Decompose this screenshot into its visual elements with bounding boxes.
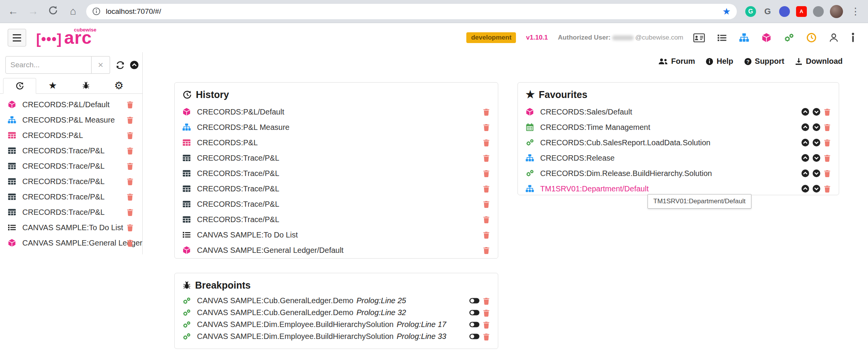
trash-icon[interactable] (126, 162, 134, 170)
bp-row[interactable]: CANVAS SAMPLE:Cub.GeneralLedger.DemoProl… (182, 295, 490, 307)
fav-row[interactable]: CRECORDS:Release (526, 150, 831, 166)
toggle-icon[interactable] (469, 321, 480, 328)
list-icon[interactable] (717, 33, 727, 43)
blue-extension-icon[interactable] (779, 6, 790, 17)
trash-icon[interactable] (126, 101, 134, 108)
hist-row[interactable]: CRECORDS:Trace/P&L (182, 212, 490, 227)
item-label[interactable]: CRECORDS:P&L Measure (22, 116, 142, 125)
sidebar-tab-settings[interactable]: ⚙ (102, 78, 135, 93)
side-row[interactable]: CRECORDS:Trace/P&L (0, 143, 142, 158)
item-label[interactable]: CRECORDS:Trace/P&L (197, 184, 279, 193)
hist-row[interactable]: CRECORDS:P&L Measure (182, 120, 490, 135)
side-row[interactable]: CRECORDS:Trace/P&L (0, 204, 142, 220)
trash-icon[interactable] (482, 185, 490, 193)
cube-icon[interactable] (761, 33, 771, 43)
trash-icon[interactable] (482, 123, 490, 131)
item-label[interactable]: CANVAS SAMPLE:To Do List (197, 231, 298, 239)
trash-icon[interactable] (126, 147, 134, 154)
item-label[interactable]: CRECORDS:P&L/Default (22, 100, 142, 109)
trash-icon[interactable] (823, 139, 831, 146)
trash-icon[interactable] (482, 297, 490, 305)
collapse-icon[interactable] (130, 60, 139, 70)
toggle-icon[interactable] (469, 333, 480, 340)
trash-icon[interactable] (482, 231, 490, 239)
search-input[interactable] (5, 56, 92, 74)
chevron-up-circle-icon[interactable] (801, 123, 810, 131)
item-label[interactable]: CRECORDS:Release (540, 154, 614, 163)
bookmark-star-icon[interactable]: ★ (722, 6, 731, 17)
side-row[interactable]: CRECORDS:P&L/Default (0, 97, 142, 112)
refresh-icon[interactable] (115, 60, 125, 70)
version-label[interactable]: v1.10.1 (526, 34, 548, 42)
trash-icon[interactable] (126, 239, 134, 247)
browser-profile-avatar[interactable] (830, 5, 843, 18)
fav-row[interactable]: CRECORDS:Dim.Release.BuildHierarchy.Solu… (526, 166, 831, 181)
item-label[interactable]: CRECORDS:Time Management (540, 123, 650, 132)
chevron-up-circle-icon[interactable] (801, 154, 810, 162)
item-label[interactable]: CRECORDS:Trace/P&L (197, 200, 279, 209)
side-row[interactable]: CRECORDS:Trace/P&L (0, 174, 142, 189)
item-label[interactable]: CRECORDS:P&L (197, 138, 258, 147)
bp-row[interactable]: CANVAS SAMPLE:Cub.GeneralLedger.DemoProl… (182, 307, 490, 319)
item-label[interactable]: CRECORDS:P&L (22, 131, 142, 140)
g-extension-icon[interactable]: G (762, 6, 773, 17)
item-label[interactable]: CANVAS SAMPLE:General Ledger/Default (197, 246, 344, 255)
hist-row[interactable]: CRECORDS:Trace/P&L (182, 166, 490, 181)
trash-icon[interactable] (126, 178, 134, 185)
url-text[interactable]: localhost:7070/#/ (106, 7, 161, 16)
browser-menu-icon[interactable]: ⋮ (849, 6, 862, 17)
site-info-icon[interactable] (92, 7, 100, 15)
trash-icon[interactable] (482, 154, 490, 162)
support-link[interactable]: ? Support (744, 57, 785, 66)
item-label[interactable]: CRECORDS:Trace/P&L (22, 208, 142, 217)
hist-row[interactable]: CRECORDS:P&L (182, 135, 490, 150)
home-icon[interactable]: ⌂ (66, 6, 80, 17)
item-label[interactable]: CANVAS SAMPLE:Cub.GeneralLedger.Demo (197, 308, 354, 317)
trash-icon[interactable] (482, 200, 490, 208)
side-row[interactable]: CRECORDS:P&L Measure (0, 112, 142, 128)
id-card-icon[interactable] (693, 33, 705, 43)
toggle-icon[interactable] (469, 309, 480, 316)
trash-icon[interactable] (482, 169, 490, 177)
item-label[interactable]: CANVAS SAMPLE:General Ledger/Default (22, 239, 142, 247)
trash-icon[interactable] (823, 185, 831, 193)
chevron-up-circle-icon[interactable] (801, 184, 810, 193)
chevron-up-circle-icon[interactable] (801, 108, 810, 116)
gears-icon[interactable] (784, 33, 794, 43)
item-label[interactable]: CRECORDS:P&L/Default (197, 108, 284, 116)
item-label[interactable]: CRECORDS:Trace/P&L (197, 215, 279, 224)
hist-row[interactable]: CANVAS SAMPLE:General Ledger/Default (182, 242, 490, 258)
gray-extension-icon[interactable] (813, 6, 824, 17)
trash-icon[interactable] (823, 154, 831, 162)
item-label[interactable]: CRECORDS:Trace/P&L (22, 162, 142, 171)
chevron-up-circle-icon[interactable] (801, 169, 810, 178)
sidebar-tab-favourites[interactable]: ★ (36, 78, 69, 93)
side-row[interactable]: CRECORDS:P&L (0, 128, 142, 143)
info-icon[interactable] (851, 33, 855, 43)
item-label[interactable]: CRECORDS:Sales/Default (540, 108, 632, 116)
sidebar-tab-history[interactable] (3, 78, 36, 94)
trash-icon[interactable] (482, 333, 490, 340)
trash-icon[interactable] (823, 123, 831, 131)
item-label[interactable]: CRECORDS:Trace/P&L (22, 177, 142, 186)
reload-icon[interactable] (46, 5, 60, 17)
chevron-down-circle-icon[interactable] (812, 184, 821, 193)
help-link[interactable]: Help (706, 57, 733, 66)
fav-row[interactable]: CRECORDS:Cub.SalesReport.LoadData.Soluti… (526, 135, 831, 150)
chevron-down-circle-icon[interactable] (812, 138, 821, 147)
trash-icon[interactable] (482, 139, 490, 146)
download-link[interactable]: Download (795, 57, 843, 66)
chevron-down-circle-icon[interactable] (812, 169, 821, 178)
hamburger-menu-button[interactable] (8, 29, 26, 46)
user-icon[interactable] (829, 33, 839, 43)
fav-row[interactable]: CRECORDS:Time Management (526, 120, 831, 135)
forum-link[interactable]: Forum (658, 57, 695, 66)
hist-row[interactable]: CRECORDS:Trace/P&L (182, 196, 490, 212)
item-label[interactable]: CANVAS SAMPLE:Dim.Employee.BuildHierarch… (197, 332, 394, 341)
chevron-up-circle-icon[interactable] (801, 138, 810, 147)
arc-logo[interactable]: [•••] cubewise arc (36, 27, 92, 48)
chevron-down-circle-icon[interactable] (812, 123, 821, 131)
item-label[interactable]: CRECORDS:Dim.Release.BuildHierarchy.Solu… (540, 169, 712, 178)
item-label[interactable]: CRECORDS:Trace/P&L (22, 146, 142, 155)
trash-icon[interactable] (126, 208, 134, 216)
